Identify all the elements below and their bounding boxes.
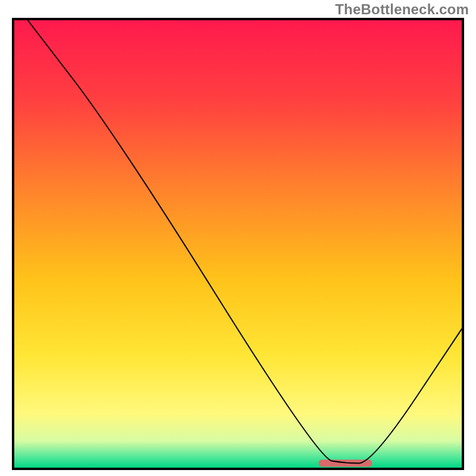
chart-svg [14, 20, 462, 468]
chart-container: TheBottleneck.com [0, 0, 476, 476]
watermark-label: TheBottleneck.com [335, 1, 469, 18]
background-rect [14, 20, 462, 468]
plot-area [12, 18, 464, 470]
